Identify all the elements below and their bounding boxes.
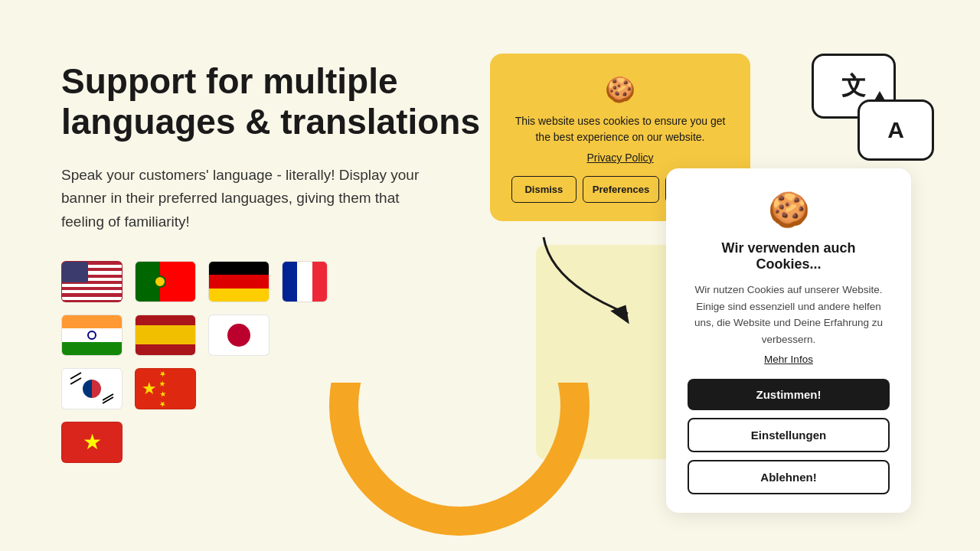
zustimmen-button[interactable]: Zustimmen! [688, 379, 890, 410]
main-heading: Support for multiple languages & transla… [61, 61, 490, 142]
cookie-icon-de: 🍪 [688, 190, 890, 230]
mehr-infos-link[interactable]: Mehr Infos [688, 354, 890, 365]
cookie-icon-en: 🍪 [511, 75, 729, 104]
flag-fr [282, 261, 328, 302]
flag-in [61, 315, 122, 356]
dismiss-button[interactable]: Dismiss [511, 176, 577, 203]
chinese-char: 文 [841, 70, 866, 103]
privacy-policy-link[interactable]: Privacy Policy [511, 152, 729, 164]
cookie-heading-de: Wir verwenden auch Cookies... [688, 240, 890, 272]
arrow-decoration [521, 222, 674, 344]
flag-kr [61, 368, 122, 409]
flag-us [61, 261, 122, 302]
flags-row-2 [61, 315, 490, 356]
cookie-text-de: Wir nutzen Cookies auf unserer Website. … [688, 282, 890, 347]
translation-icon: 文 A [812, 54, 934, 161]
flag-pt [135, 261, 196, 302]
arc-decoration [329, 383, 590, 536]
latin-char: A [887, 117, 904, 143]
flag-de [208, 261, 270, 302]
flags-row-1 [61, 261, 490, 302]
preferences-button[interactable]: Preferences [583, 176, 659, 203]
flag-jp [208, 315, 270, 356]
cookie-text-en: This website uses cookies to ensure you … [511, 113, 729, 145]
flag-cn: ★ ★ ★ ★ ★ [135, 368, 196, 409]
einstellungen-button[interactable]: Einstellungen [688, 418, 890, 452]
translation-bubble-2: A [858, 99, 934, 161]
svg-marker-0 [610, 300, 637, 324]
flag-vn: ★ [61, 422, 122, 463]
flag-es [135, 315, 196, 356]
cookie-banner-german: 🍪 Wir verwenden auch Cookies... Wir nutz… [666, 168, 911, 513]
sub-text: Speak your customers' language - literal… [61, 164, 444, 233]
ablehnen-button[interactable]: Ablehnen! [688, 460, 890, 494]
